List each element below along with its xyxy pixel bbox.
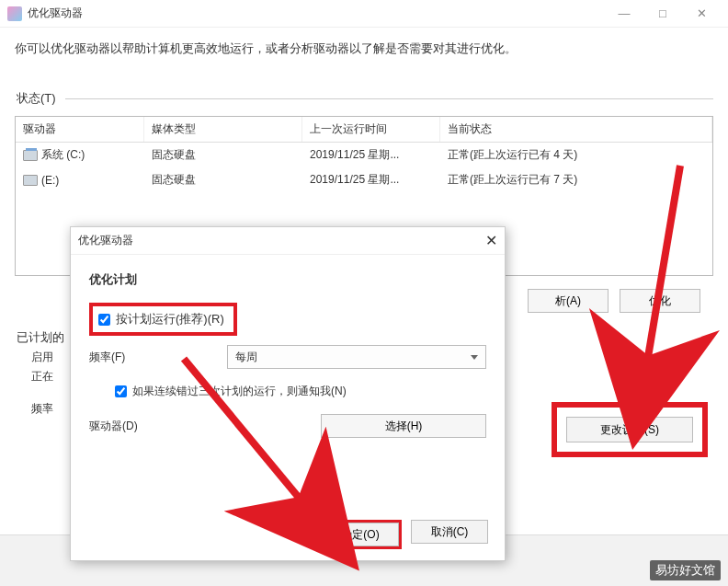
notify-label: 如果连续错过三次计划的运行，则通知我(N) bbox=[132, 384, 347, 399]
select-drives-button[interactable]: 选择(H) bbox=[321, 414, 486, 438]
dialog-heading: 优化计划 bbox=[71, 255, 505, 295]
notify-checkbox[interactable] bbox=[115, 385, 127, 397]
optimize-schedule-dialog: 优化驱动器 ✕ 优化计划 按计划运行(推荐)(R) 频率(F) 每周 如果连续错… bbox=[70, 226, 506, 561]
status-label: 状态(T) bbox=[17, 90, 56, 107]
optimize-button[interactable]: 优化 bbox=[620, 289, 700, 313]
run-scheduled-label: 按计划运行(推荐)(R) bbox=[116, 311, 224, 327]
divider bbox=[65, 98, 713, 99]
col-state[interactable]: 当前状态 bbox=[440, 117, 712, 142]
drives-label: 驱动器(D) bbox=[89, 419, 227, 434]
description-text: 你可以优化驱动器以帮助计算机更高效地运行，或者分析驱动器以了解是否需要对其进行优… bbox=[0, 28, 728, 64]
change-settings-button[interactable]: 更改设置(S) bbox=[566, 417, 693, 442]
table-row[interactable]: 系统 (C:) 固态硬盘 2019/11/25 星期... 正常(距上次运行已有… bbox=[16, 143, 712, 167]
dialog-close-icon[interactable]: ✕ bbox=[485, 232, 497, 249]
window-title: 优化驱动器 bbox=[28, 6, 605, 21]
highlight-ok: 确定(O) bbox=[319, 520, 402, 549]
freq-select[interactable]: 每周 bbox=[227, 345, 486, 369]
watermark: 易坊好文馆 bbox=[650, 560, 721, 580]
ok-button[interactable]: 确定(O) bbox=[322, 523, 399, 546]
minimize-button[interactable]: — bbox=[605, 1, 643, 27]
analyze-button[interactable]: 析(A) bbox=[528, 289, 609, 313]
app-icon bbox=[7, 6, 22, 21]
close-button[interactable]: ✕ bbox=[682, 1, 721, 27]
col-last[interactable]: 上一次运行时间 bbox=[302, 117, 440, 142]
col-media[interactable]: 媒体类型 bbox=[144, 117, 302, 142]
drive-icon bbox=[23, 150, 38, 161]
dialog-title: 优化驱动器 bbox=[78, 233, 133, 248]
run-scheduled-checkbox[interactable] bbox=[98, 314, 110, 326]
drive-icon bbox=[23, 175, 38, 186]
table-row[interactable]: (E:) 固态硬盘 2019/11/25 星期... 正常(距上次运行已有 7 … bbox=[16, 167, 712, 192]
freq-label: 频率(F) bbox=[89, 350, 227, 365]
highlight-run-scheduled: 按计划运行(推荐)(R) bbox=[89, 303, 237, 336]
maximize-button[interactable]: □ bbox=[643, 1, 682, 27]
highlight-change-settings: 更改设置(S) bbox=[552, 402, 708, 457]
col-drive[interactable]: 驱动器 bbox=[16, 117, 144, 142]
cancel-button[interactable]: 取消(C) bbox=[411, 520, 488, 544]
